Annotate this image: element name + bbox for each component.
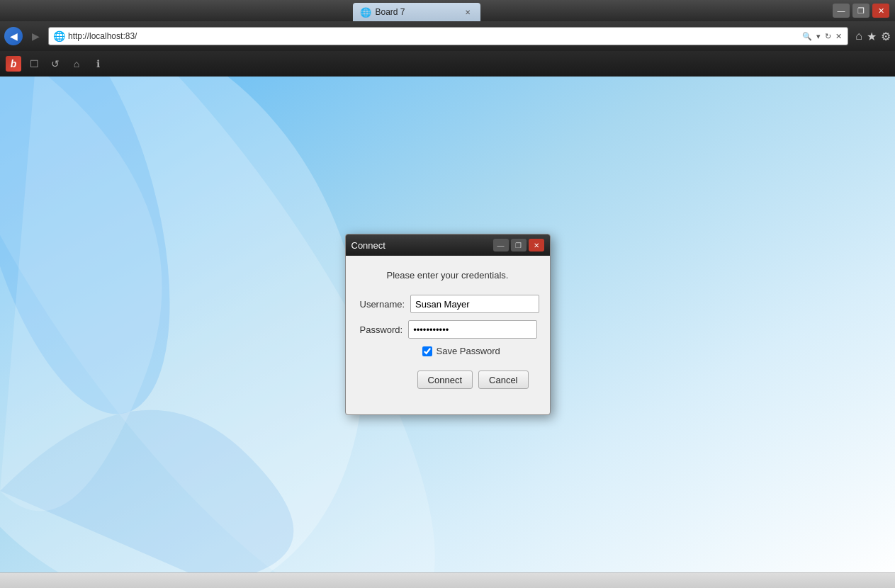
stop-icon[interactable]: ✕ [834,32,843,41]
toolbar-home-btn[interactable]: ⌂ [68,55,85,72]
status-bar [0,572,895,588]
address-bar[interactable]: 🌐 http://localhost:83/ 🔍 ▾ ↻ ✕ [48,27,848,45]
tab-bar: 🌐 Board 7 ✕ [353,0,480,21]
address-dropdown-icon[interactable]: ▾ [815,32,822,41]
restore-button[interactable]: ❐ [852,4,869,18]
username-input[interactable] [410,295,539,313]
favorites-icon[interactable]: ★ [867,30,877,43]
connect-button[interactable]: Connect [417,371,473,389]
home-icon[interactable]: ⌂ [855,30,862,43]
close-button[interactable]: ✕ [872,4,889,18]
search-icon[interactable]: 🔍 [801,32,814,41]
dialog-close-button[interactable]: ✕ [529,239,544,251]
tab-close-button[interactable]: ✕ [462,6,473,18]
password-input[interactable] [408,320,537,339]
dialog-window-buttons: — ❐ ✕ [493,239,544,251]
back-button[interactable]: ◀ [4,27,23,45]
toolbar-window-btn[interactable]: ☐ [26,55,43,72]
minimize-button[interactable]: — [833,4,850,18]
cancel-button[interactable]: Cancel [478,371,528,389]
browser-icon: 🌐 [53,30,65,42]
save-password-row: Save Password [422,346,536,356]
refresh-icon[interactable]: ↻ [823,32,833,41]
tab-title: Board 7 [376,7,405,17]
browser-right-buttons: ⌂ ★ ⚙ [855,30,891,43]
dialog-body: Please enter your credentials. Username:… [346,256,550,414]
dialog-overlay: Connect — ❐ ✕ Please enter your credenti… [0,77,895,572]
content-area: Connect — ❐ ✕ Please enter your credenti… [0,77,895,572]
forward-button[interactable]: ▶ [26,26,45,46]
tab-ie-icon: 🌐 [360,7,371,18]
settings-icon[interactable]: ⚙ [881,30,891,43]
dialog-subtitle: Please enter your credentials. [360,270,536,281]
toolbar-refresh-btn[interactable]: ↺ [47,55,64,72]
username-label: Username: [360,299,405,310]
save-password-checkbox[interactable] [422,346,432,356]
dialog-restore-button[interactable]: ❐ [511,239,527,251]
toolbar: b ☐ ↺ ⌂ ℹ [0,51,895,77]
username-row: Username: [360,295,536,313]
dialog-title: Connect [351,240,385,251]
address-actions: 🔍 ▾ ↻ ✕ [801,32,843,41]
password-row: Password: [360,320,536,339]
address-text: http://localhost:83/ [68,31,798,41]
dialog-minimize-button[interactable]: — [493,239,509,251]
app-logo: b [6,56,21,72]
title-bar: 🌐 Board 7 ✕ — ❐ ✕ [0,0,895,21]
dialog-footer: Connect Cancel [360,368,536,400]
nav-bar: ◀ ▶ 🌐 http://localhost:83/ 🔍 ▾ ↻ ✕ ⌂ ★ ⚙ [0,21,895,51]
browser-window: 🌐 Board 7 ✕ — ❐ ✕ ◀ ▶ 🌐 http://localhost… [0,0,895,588]
active-tab[interactable]: 🌐 Board 7 ✕ [353,3,480,21]
connect-dialog: Connect — ❐ ✕ Please enter your credenti… [345,234,551,415]
toolbar-info-btn[interactable]: ℹ [89,55,106,72]
password-label: Password: [360,324,403,335]
dialog-titlebar: Connect — ❐ ✕ [346,234,550,256]
save-password-label[interactable]: Save Password [437,346,500,356]
